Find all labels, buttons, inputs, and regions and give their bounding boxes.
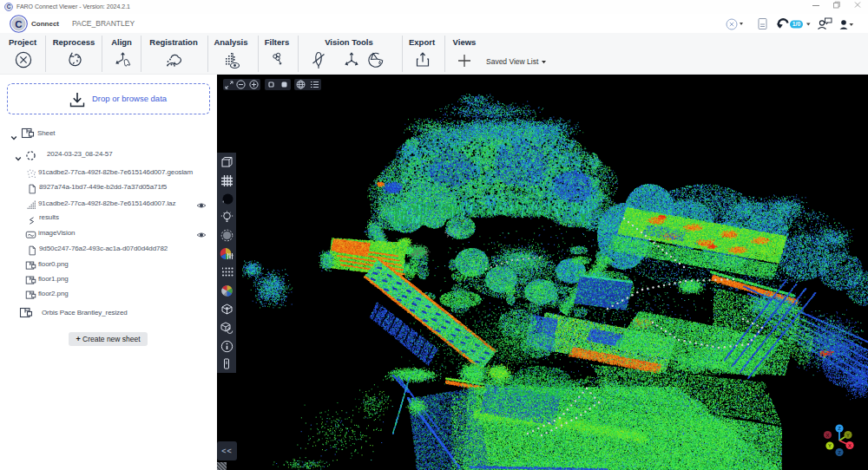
svg-text:1/0: 1/0	[792, 21, 801, 27]
svg-text:Y: Y	[828, 443, 832, 448]
svg-text:X: X	[825, 433, 829, 438]
svg-text:Z: Z	[838, 450, 841, 455]
svg-text:Z: Z	[838, 426, 841, 431]
svg-text:Y: Y	[846, 433, 850, 438]
svg-text:C: C	[15, 19, 22, 29]
svg-text:C: C	[7, 3, 11, 10]
svg-text:X: X	[848, 443, 852, 448]
